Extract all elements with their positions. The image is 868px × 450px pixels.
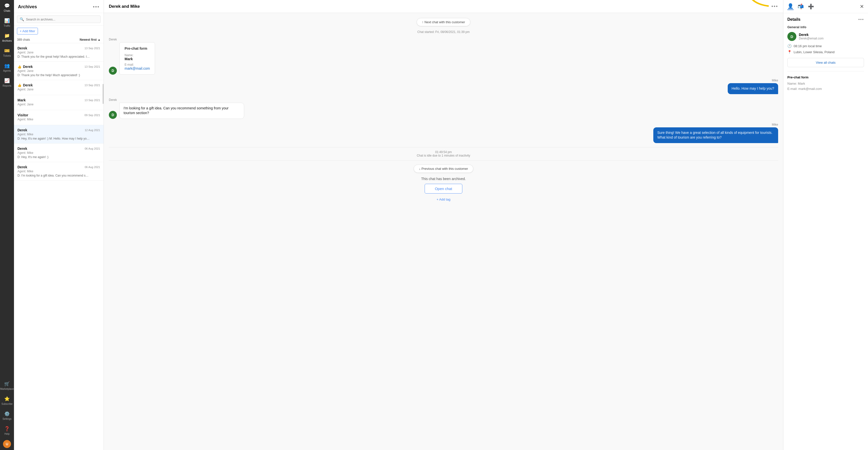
archives-count-bar: 389 chats Newest first ▲ [14,36,103,43]
details-menu-button[interactable]: ••• [858,17,864,22]
message-row-agent-greeting: Hello. How may I help you? [109,83,778,94]
nav-item-archives[interactable]: 📁 Archives [0,30,14,45]
chat-list-item[interactable]: Derek12 Aug 2021Agent: MikeD: Hey, It's … [14,125,103,144]
chat-title-part1: Derek [109,4,121,9]
chat-title-and: and [122,4,130,9]
location-icon: 📍 [787,50,792,54]
chat-item-date: 13 Sep 2021 [85,65,100,68]
chat-list-item[interactable]: Visitor09 Sep 2021Agent: Mike [14,110,103,125]
chat-item-date: 13 Sep 2021 [85,99,100,102]
chat-item-date: 13 Sep 2021 [85,84,100,87]
nav-label-subscribe: Subscribe [1,402,12,405]
prev-chat-button[interactable]: ↓ Previous chat with this customer [414,164,473,173]
pre-chat-section-title: Pre-chat form [787,76,864,79]
user-avatar[interactable]: U [3,440,11,448]
chat-list-item[interactable]: Derek06 Aug 2021Agent: MikeD: I'm lookin… [14,162,103,181]
add-tag-button[interactable]: + Add tag [109,198,778,201]
chat-main: Derek and Mike ••• ↑ Next chat with this… [104,0,783,450]
marketplace-icon: 🛒 [4,381,10,387]
chat-list-item[interactable]: 👍Derek13 Sep 2021Agent: Jane [14,80,103,95]
tab-add-icon[interactable]: ➕ [808,3,814,9]
chat-item-name: Derek [18,46,27,50]
archives-header: Archives ••• [14,0,103,13]
pre-chat-form-bubble: Pre-chat form Name: Mark E-mail: mark@ma… [119,42,155,75]
sort-button[interactable]: Newest first ▲ [80,38,101,41]
open-chat-button[interactable]: Open chat [425,184,462,193]
nav-label-marketplace: Marketplace [0,388,14,390]
chat-item-date: 13 Sep 2021 [85,47,100,50]
message-group-prechat: Derek D Pre-chat form Name: Mark E-mail:… [109,38,778,75]
tab-inbox-icon[interactable]: 📬 [798,3,804,9]
customer-avatar-panel: D [787,32,796,41]
nav-label-traffic: Traffic [3,25,10,27]
nav-item-agents[interactable]: 👥 Agents [0,60,14,75]
chat-item-date: 06 Aug 2021 [85,147,100,150]
message-bubble-greeting: Hello. How may I help you? [728,83,778,94]
agents-icon: 👥 [4,63,10,68]
message-sender-derek: Derek [109,38,778,41]
customer-avatar-d: D [109,67,117,75]
chat-list-item[interactable]: Derek13 Sep 2021Agent: JaneD: Thank you … [14,43,103,62]
add-filter-button[interactable]: + Add filter [17,28,38,34]
idle-time: 01:49:54 pm [109,150,778,154]
chat-item-name: Derek [18,128,27,132]
chat-item-name: Mark [18,98,26,102]
nav-item-help[interactable]: ❓ Help [0,423,14,438]
right-panel-body: Details ••• General info D Derek Derek@e… [783,13,868,450]
pre-chat-name-val: Mark [798,82,805,85]
location-row: 📍 Lubin, Lower Silesia, Poland [787,50,864,54]
chat-item-preview: D: Thank you for the great help! Much ap… [18,55,90,58]
left-navigation: 💬 Chats 📊 Traffic 📁 Archives 🎫 Tickets 👥… [0,0,14,450]
location-value: Lubin, Lower Silesia, Poland [794,50,835,54]
message-bubble-gift: I'm looking for a gift idea. Can you rec… [119,102,244,119]
thumbs-up-icon: 👍 [18,83,22,87]
view-all-chats-button[interactable]: View all chats [787,58,864,67]
subscribe-icon: ⭐ [4,396,10,401]
chat-item-agent: Agent: Jane [18,51,100,54]
traffic-icon: 📊 [4,18,10,24]
chat-list-item[interactable]: Derek06 Aug 2021Agent: MikeD: Hey, It's … [14,144,103,162]
nav-item-subscribe[interactable]: ⭐ Subscribe [0,393,14,408]
archives-title: Archives [18,4,37,9]
nav-label-reports: Reports [2,84,11,87]
customer-email: Derek@email.com [799,37,824,40]
chat-item-date: 06 Aug 2021 [85,166,100,169]
message-agent-mike1: Mike [109,79,778,82]
right-panel: 👤 📬 ➕ ✕ Details ••• General info D Derek… [783,0,868,450]
nav-item-tickets[interactable]: 🎫 Tickets [0,45,14,60]
nav-label-chats: Chats [4,9,10,12]
chat-item-agent: Agent: Mike [18,118,100,121]
scroll-thumb [102,84,103,104]
archives-menu-button[interactable]: ••• [93,4,100,10]
thumbs-up-icon: 👍 [18,65,22,69]
tab-details-icon[interactable]: 👤 [787,3,794,10]
next-chat-button[interactable]: ↑ Next chat with this customer [417,18,470,26]
prechat-email-label: E-mail: [125,63,150,66]
chat-item-name: Visitor [18,113,28,117]
chat-item-agent: Agent: Jane [18,102,100,106]
search-box: 🔍 [17,16,101,23]
nav-item-traffic[interactable]: 📊 Traffic [0,15,14,30]
close-button[interactable]: ✕ [860,3,864,9]
nav-item-reports[interactable]: 📈 Reports [0,75,14,90]
chat-list-item[interactable]: 👍Derek13 Sep 2021Agent: JaneD: Thank you… [14,62,103,80]
nav-item-settings[interactable]: ⚙️ Settings [0,408,14,423]
message-row-prechat: D Pre-chat form Name: Mark E-mail: mark@… [109,42,778,75]
chat-title-part2: Mike [130,4,140,9]
chat-body: ↑ Next chat with this customer Chat star… [104,13,783,450]
right-panel-header: 👤 📬 ➕ ✕ [783,0,868,13]
customer-name: Derek [799,33,824,37]
chat-menu-button[interactable]: ••• [771,3,778,9]
nav-item-marketplace[interactable]: 🛒 Marketplace [0,378,14,393]
archives-icon: 📁 [4,33,10,38]
reports-icon: 📈 [4,78,10,83]
chat-list-item[interactable]: Mark13 Sep 2021Agent: Jane [14,95,103,110]
search-input[interactable] [26,18,98,21]
archived-notice: This chat has been archived. [109,177,778,181]
chat-item-agent: Agent: Mike [18,151,100,155]
chat-main-header: Derek and Mike ••• [104,0,783,13]
archives-panel: Archives ••• 🔍 + Add filter 389 chats Ne… [14,0,104,450]
message-bubble-reply: Sure thing! We have a great selection of… [653,127,778,143]
nav-item-chats[interactable]: 💬 Chats [0,0,14,15]
details-title: Details [787,17,800,22]
